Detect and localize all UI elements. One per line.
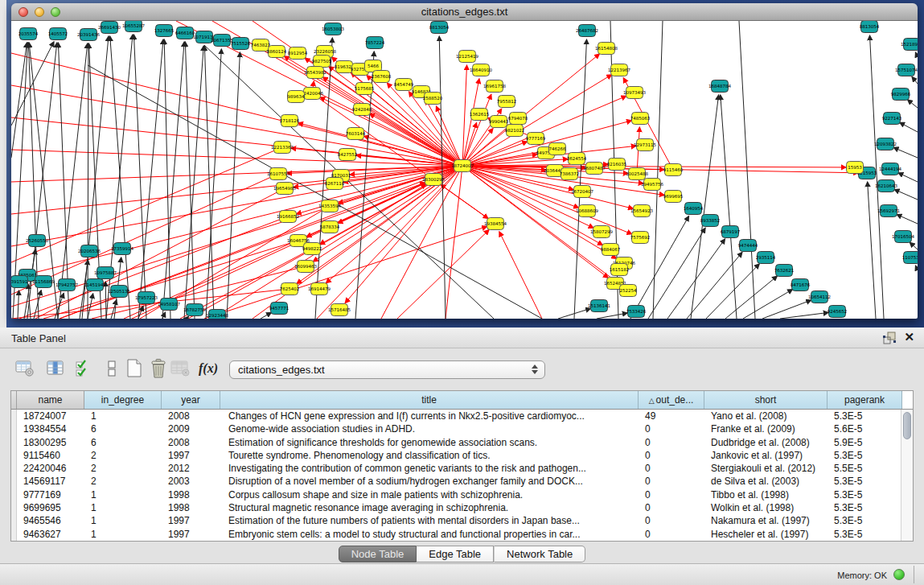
graph-node[interactable]: 8860124 — [267, 46, 287, 58]
citation-edge-black[interactable] — [721, 95, 737, 319]
graph-node[interactable]: 7533426 — [626, 306, 647, 318]
graph-node[interactable]: 6794078 — [508, 113, 528, 125]
column-header-pagerank[interactable]: pagerank — [827, 391, 902, 409]
network-window[interactable]: citations_edges.txt 18724007203557414055… — [11, 3, 918, 319]
graph-node[interactable]: 8813054 — [429, 22, 450, 34]
table-row[interactable]: 946554611997Estimation of the future num… — [11, 514, 901, 527]
graph-node[interactable]: 7386372 — [560, 168, 580, 180]
graph-node[interactable]: 6466160 — [175, 27, 195, 39]
graph-node[interactable]: 9699695 — [663, 191, 684, 203]
table-row[interactable]: 1938455462009Genome-wide association stu… — [11, 422, 901, 435]
close-panel-icon[interactable]: ✕ — [904, 330, 914, 344]
citation-edge-black[interactable] — [893, 147, 918, 158]
graph-node[interactable]: 2935114 — [756, 252, 776, 264]
graph-node[interactable]: 16543982 — [304, 67, 326, 79]
column-header-out_de[interactable]: △out_de... — [639, 391, 704, 409]
table-row[interactable]: 1830029562008Estimation of significance … — [11, 436, 901, 449]
graph-node[interactable]: 1327665 — [154, 25, 175, 37]
graph-node[interactable]: 9245652 — [827, 306, 848, 318]
citation-edge-black[interactable] — [894, 189, 918, 200]
table-row[interactable]: 2242004622012Investigating the contribut… — [11, 462, 901, 475]
graph-node[interactable]: 1615182 — [610, 264, 630, 276]
graph-node[interactable]: 16720407 — [571, 186, 593, 198]
citation-edge-black[interactable] — [780, 312, 828, 319]
citation-edge-black[interactable] — [739, 21, 755, 319]
show-columns-button[interactable] — [43, 357, 68, 380]
table-options-button[interactable] — [13, 357, 37, 380]
citation-edge-red[interactable] — [11, 166, 462, 214]
graph-node[interactable]: 18300295 — [422, 174, 445, 186]
graph-node[interactable]: 9829966 — [891, 89, 911, 101]
citation-edge-black[interactable] — [58, 43, 88, 319]
citation-edge-black[interactable] — [55, 293, 64, 319]
citation-edge-red[interactable] — [11, 166, 462, 246]
graph-node[interactable]: 12093822 — [874, 138, 897, 150]
citation-edge-black[interactable] — [11, 42, 54, 126]
graph-node[interactable]: 5175685 — [355, 83, 375, 95]
citation-edge-black[interactable] — [261, 312, 271, 319]
graph-node[interactable]: 16154808 — [595, 43, 618, 55]
graph-node[interactable]: 5878334 — [320, 221, 340, 233]
graph-node[interactable]: 2588520 — [423, 93, 443, 105]
graph-node[interactable]: 7857224 — [365, 37, 385, 49]
citation-edge-black[interactable] — [910, 242, 918, 249]
citation-edge-black[interactable] — [88, 65, 542, 319]
memory-status-icon[interactable] — [893, 569, 905, 580]
graph-node[interactable]: 26487682 — [576, 25, 598, 37]
citation-edge-black[interactable] — [58, 43, 69, 319]
graph-node[interactable]: 1107533 — [902, 252, 918, 264]
graph-node[interactable]: 16107553 — [267, 168, 290, 180]
graph-node[interactable]: 9115460 — [663, 164, 684, 176]
table-selector-combobox[interactable]: citations_edges.txt — [229, 360, 545, 379]
graph-node[interactable]: 12213363 — [271, 142, 294, 154]
graph-node[interactable]: 8813054 — [860, 21, 880, 33]
graph-node[interactable]: 989634 — [288, 91, 305, 103]
citation-edge-black[interactable] — [133, 35, 146, 319]
graph-node[interactable]: 10688609 — [576, 205, 598, 217]
graph-node[interactable]: 1405572 — [48, 28, 68, 40]
graph-node[interactable]: 7603144 — [346, 128, 366, 140]
graph-node[interactable]: 16914479 — [308, 283, 331, 295]
citation-edge-black[interactable] — [868, 182, 876, 319]
table-row[interactable]: 969969511998Structural magnetic resonanc… — [11, 501, 901, 514]
graph-node[interactable]: 9827505 — [312, 56, 332, 68]
graph-node[interactable]: 7955812 — [497, 96, 517, 108]
graph-node[interactable]: 10975887 — [94, 267, 117, 279]
graph-node[interactable]: 9777169 — [526, 133, 546, 145]
vertical-scrollbar[interactable] — [901, 410, 913, 541]
citation-edge-black[interactable] — [185, 42, 195, 319]
column-header-in_degree[interactable]: in_degree — [84, 391, 162, 409]
citation-edge-black[interactable] — [164, 39, 170, 319]
graph-node[interactable]: 17942757 — [55, 279, 78, 291]
citation-edge-red[interactable] — [462, 65, 467, 166]
graph-node[interactable]: 11156869 — [32, 276, 55, 288]
graph-node[interactable]: 8267110 — [325, 178, 345, 190]
graph-node[interactable]: 26691430 — [98, 22, 121, 34]
citation-edge-red[interactable] — [462, 79, 479, 166]
graph-node[interactable]: 16807487 — [583, 163, 606, 175]
citation-edge-black[interactable] — [706, 264, 759, 319]
table-panel-titlebar[interactable]: Table Panel ✕ — [0, 328, 924, 348]
close-window-icon[interactable] — [18, 7, 28, 17]
graph-node[interactable]: 15136141 — [588, 300, 610, 312]
graph-node[interactable]: 15218986 — [901, 39, 918, 51]
select-mode-button[interactable] — [72, 357, 97, 380]
graph-node[interactable]: 15716485 — [328, 304, 351, 316]
table-row[interactable]: 1872400712008Changes of HCN gene express… — [11, 410, 901, 422]
graph-node[interactable]: 16782759 — [183, 304, 206, 316]
graph-node[interactable]: 746266 — [549, 143, 566, 155]
graph-node[interactable]: 9227143 — [882, 113, 902, 125]
citation-edge-black[interactable] — [908, 100, 918, 108]
graph-node[interactable]: 19384554 — [484, 218, 507, 230]
graph-node[interactable]: 8216035 — [607, 159, 627, 171]
create-table-button[interactable] — [122, 357, 146, 380]
citation-edge-black[interactable] — [725, 276, 778, 319]
graph-node[interactable]: 9474444 — [738, 240, 758, 252]
graph-node[interactable]: 6879197 — [721, 226, 741, 238]
citation-edge-red[interactable] — [11, 166, 462, 182]
graph-node[interactable]: 9498222 — [302, 243, 322, 255]
citation-edge-black[interactable] — [743, 290, 793, 319]
graph-node[interactable]: 7575692 — [630, 232, 651, 244]
graph-node[interactable]: 12505135 — [108, 286, 130, 298]
graph-node[interactable]: 7485063 — [630, 113, 651, 125]
